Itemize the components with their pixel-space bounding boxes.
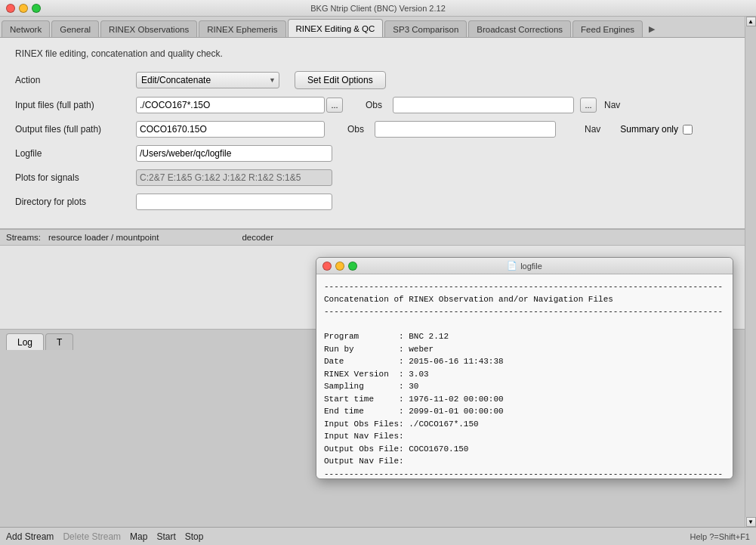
streams-col-decoder: decoder: [242, 233, 273, 242]
main-scrollbar[interactable]: ▲ ▼: [745, 17, 756, 527]
popup-window-controls[interactable]: [322, 262, 357, 271]
popup-titlebar: 📄 logfile: [316, 258, 733, 274]
dir-plots-row: Directory for plots: [15, 194, 741, 210]
plots-signals-label: Plots for signals: [15, 172, 136, 183]
log-tab[interactable]: Log: [6, 333, 44, 350]
obs-input-1[interactable]: [393, 97, 574, 113]
minimize-button[interactable]: [19, 4, 28, 13]
tab-rinex-obs[interactable]: RINEX Observations: [100, 20, 197, 37]
popup-content[interactable]: ----------------------------------------…: [316, 274, 733, 478]
summary-checkbox[interactable]: [683, 125, 693, 135]
obs-label-1: Obs: [366, 100, 388, 110]
tab-sp3[interactable]: SP3 Comparison: [384, 20, 467, 37]
plots-signals-field[interactable]: [136, 169, 332, 186]
tab-network[interactable]: Network: [2, 20, 50, 37]
action-dropdown-wrap: Edit/Concatenate Quality Check Edit Only…: [136, 72, 279, 88]
scrollbar-track[interactable]: [745, 26, 756, 517]
streams-label: Streams:: [6, 233, 41, 242]
bottom-bar: Add Stream Delete Stream Map Start Stop …: [0, 527, 756, 545]
start-button[interactable]: Start: [156, 531, 175, 542]
streams-col-mountpoint: resource loader / mountpoint: [48, 233, 159, 242]
nav-label-1: Nav: [604, 100, 620, 110]
logfile-field[interactable]: [136, 145, 332, 162]
action-select[interactable]: Edit/Concatenate Quality Check Edit Only: [136, 72, 279, 88]
input-files-row: Input files (full path) ... Obs ... Nav: [15, 97, 741, 113]
nav-label-2: Nav: [585, 124, 600, 135]
popup-maximize-button[interactable]: [348, 262, 357, 271]
window-controls[interactable]: [6, 4, 41, 13]
output-files-row: Output files (full path) Obs Nav Summary…: [15, 121, 741, 138]
tab-broadcast[interactable]: Broadcast Corrections: [468, 20, 571, 37]
action-label: Action: [15, 75, 136, 85]
output-files-field[interactable]: [136, 121, 325, 138]
delete-stream-button: Delete Stream: [63, 531, 121, 542]
logfile-popup: 📄 logfile ------------------------------…: [316, 257, 733, 479]
main-content: RINEX file editing, concatenation and qu…: [0, 38, 756, 229]
tab-bar: Network General RINEX Observations RINEX…: [0, 17, 756, 38]
dir-plots-label: Directory for plots: [15, 197, 136, 207]
tab-general[interactable]: General: [51, 20, 99, 37]
obs-label-2: Obs: [347, 124, 370, 135]
close-button[interactable]: [6, 4, 15, 13]
streams-header: Streams: resource loader / mountpoint de…: [0, 230, 756, 246]
title-bar: BKG Ntrip Client (BNC) Version 2.12: [0, 0, 756, 17]
input-files-browse-button[interactable]: ...: [326, 98, 343, 113]
maximize-button[interactable]: [32, 4, 41, 13]
file-icon: 📄: [507, 261, 517, 271]
obs-input-2[interactable]: [375, 121, 556, 138]
tab-rinex-edit[interactable]: RINEX Editing & QC: [288, 19, 384, 37]
map-button[interactable]: Map: [130, 531, 147, 542]
summary-label: Summary only: [620, 124, 678, 135]
tab-overflow-arrow[interactable]: ▶: [644, 20, 659, 37]
log-tab-2[interactable]: T: [45, 333, 73, 350]
popup-minimize-button[interactable]: [335, 262, 344, 271]
logfile-label: Logfile: [15, 148, 136, 159]
set-edit-options-button[interactable]: Set Edit Options: [295, 71, 386, 89]
add-stream-button[interactable]: Add Stream: [6, 531, 54, 542]
scrollbar-up-arrow[interactable]: ▲: [746, 17, 756, 26]
popup-title: 📄 logfile: [507, 261, 542, 271]
tab-rinex-eph[interactable]: RINEX Ephemeris: [199, 20, 285, 37]
action-row: Action Edit/Concatenate Quality Check Ed…: [15, 71, 741, 89]
help-text: Help ?=Shift+F1: [690, 532, 751, 541]
input-files-label: Input files (full path): [15, 100, 136, 110]
dir-plots-field[interactable]: [136, 194, 332, 210]
plots-signals-row: Plots for signals: [15, 169, 741, 186]
obs-browse-button-1[interactable]: ...: [580, 98, 597, 113]
stop-button[interactable]: Stop: [185, 531, 204, 542]
description: RINEX file editing, concatenation and qu…: [15, 48, 741, 59]
window-title: BKG Ntrip Client (BNC) Version 2.12: [310, 4, 446, 13]
output-files-label: Output files (full path): [15, 124, 136, 135]
input-files-field[interactable]: [136, 97, 325, 113]
tab-feed-engines[interactable]: Feed Engines: [572, 20, 643, 37]
popup-close-button[interactable]: [322, 262, 332, 271]
logfile-row: Logfile: [15, 145, 741, 162]
scrollbar-down-arrow[interactable]: ▼: [746, 517, 756, 527]
